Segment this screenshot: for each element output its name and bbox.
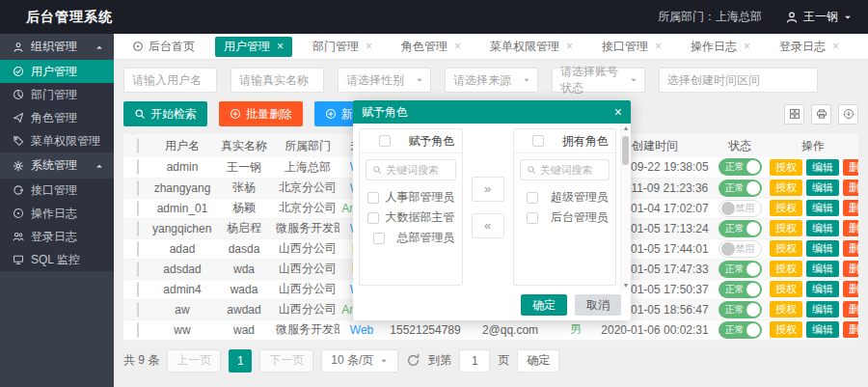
authorize-button[interactable]: 授权: [770, 281, 802, 297]
tab[interactable]: 登录日志×: [771, 37, 848, 57]
role-checkbox[interactable]: [367, 192, 379, 204]
goto-page-input[interactable]: [459, 349, 490, 373]
user-menu[interactable]: 王一钢: [785, 9, 853, 25]
sidebar-item[interactable]: 角色管理: [0, 106, 114, 129]
print-button[interactable]: [811, 104, 831, 124]
tab[interactable]: 部门管理×: [304, 37, 381, 57]
move-right-button[interactable]: »: [472, 177, 504, 202]
prev-page-button[interactable]: 上一页: [167, 349, 221, 373]
tab[interactable]: 用户管理×: [215, 37, 292, 57]
authorize-button[interactable]: 授权: [770, 159, 802, 176]
authorize-button[interactable]: 授权: [770, 301, 802, 318]
row-checkbox[interactable]: [137, 322, 139, 338]
assign-role-item[interactable]: 人事部管理员: [366, 187, 455, 207]
delete-button[interactable]: 删除: [843, 261, 858, 277]
role-checkbox[interactable]: [373, 233, 385, 244]
tab[interactable]: 操作日志×: [682, 37, 759, 57]
tab[interactable]: 角色管理×: [393, 37, 470, 57]
refresh-button[interactable]: [406, 353, 420, 368]
gender-filter-select[interactable]: 请选择性别: [338, 68, 431, 93]
row-checkbox[interactable]: [137, 159, 139, 175]
role-checkbox[interactable]: [367, 212, 379, 224]
edit-button[interactable]: 编辑: [806, 240, 839, 257]
row-checkbox[interactable]: [137, 262, 139, 277]
authorize-button[interactable]: 授权: [770, 200, 802, 216]
row-checkbox[interactable]: [137, 241, 139, 257]
edit-button[interactable]: 编辑: [806, 220, 839, 236]
search-button[interactable]: 开始检索: [123, 101, 207, 126]
assign-role-item[interactable]: 总部管理员: [366, 228, 455, 248]
tab[interactable]: 菜单权限管理×: [481, 37, 582, 57]
status-toggle[interactable]: 正常: [719, 261, 762, 278]
edit-button[interactable]: 编辑: [806, 281, 839, 297]
sidebar-item[interactable]: 登录日志: [0, 225, 114, 248]
status-toggle[interactable]: 正常: [719, 281, 762, 298]
role-checkbox[interactable]: [527, 212, 538, 224]
tab-close-icon[interactable]: ×: [277, 40, 284, 53]
row-checkbox[interactable]: [137, 180, 139, 196]
row-checkbox[interactable]: [137, 221, 139, 236]
delete-button[interactable]: 删除: [843, 321, 858, 338]
realname-filter-input[interactable]: [231, 68, 324, 93]
status-filter-select[interactable]: 请选择账号状态: [552, 68, 645, 93]
tab[interactable]: SQL 监控×: [859, 37, 868, 57]
owned-role-item[interactable]: 后台管理员: [521, 207, 610, 228]
tab-close-icon[interactable]: ×: [366, 40, 372, 53]
assign-roles-select-all-checkbox[interactable]: [379, 135, 391, 147]
edit-button[interactable]: 编辑: [806, 301, 839, 318]
authorize-button[interactable]: 授权: [770, 240, 802, 257]
status-toggle[interactable]: 禁用: [719, 200, 762, 217]
role-checkbox[interactable]: [527, 192, 538, 204]
sidebar-group-header[interactable]: 系统管理: [0, 152, 114, 179]
status-toggle[interactable]: 正常: [719, 180, 762, 197]
tab-close-icon[interactable]: ×: [744, 40, 750, 53]
sidebar-item[interactable]: 接口管理: [0, 179, 114, 202]
edit-button[interactable]: 编辑: [806, 200, 839, 216]
modal-scrollbar[interactable]: ▲ ▼: [620, 124, 631, 290]
delete-button[interactable]: 删除: [843, 200, 858, 216]
source-filter-select[interactable]: 请选择来源: [445, 68, 538, 93]
tab-close-icon[interactable]: ×: [655, 40, 662, 53]
sidebar-item[interactable]: 操作日志: [0, 202, 114, 225]
delete-button[interactable]: 删除: [843, 301, 858, 318]
username-filter-input[interactable]: [123, 68, 217, 93]
authorize-button[interactable]: 授权: [770, 261, 802, 277]
sidebar-item[interactable]: SQL 监控: [0, 248, 114, 271]
next-page-button[interactable]: 下一页: [259, 349, 313, 373]
delete-button[interactable]: 删除: [843, 180, 858, 196]
edit-button[interactable]: 编辑: [806, 180, 839, 196]
sidebar-item[interactable]: 用户管理: [0, 60, 114, 83]
move-left-button[interactable]: «: [472, 213, 504, 238]
status-toggle[interactable]: 正常: [719, 158, 762, 176]
row-checkbox[interactable]: [137, 201, 139, 216]
modal-cancel-button[interactable]: 取消: [575, 294, 621, 316]
owned-roles-select-all-checkbox[interactable]: [532, 135, 544, 147]
row-checkbox[interactable]: [137, 302, 139, 318]
created-range-filter-input[interactable]: [659, 68, 818, 93]
row-checkbox[interactable]: [137, 282, 139, 297]
page-size-select[interactable]: 10 条/页: [321, 349, 398, 373]
tab[interactable]: 后台首页: [123, 37, 203, 57]
tab-close-icon[interactable]: ×: [832, 40, 839, 53]
scroll-down-icon[interactable]: ▼: [623, 282, 630, 289]
assign-role-item[interactable]: 大数据部主管: [366, 207, 455, 228]
edit-button[interactable]: 编辑: [806, 159, 839, 176]
scroll-thumb[interactable]: [622, 136, 629, 165]
delete-button[interactable]: 删除: [843, 159, 858, 176]
delete-button[interactable]: 删除: [843, 220, 858, 236]
scroll-up-icon[interactable]: ▲: [623, 124, 630, 131]
modal-confirm-button[interactable]: 确定: [521, 294, 567, 316]
owned-role-item[interactable]: 超级管理员: [521, 187, 610, 207]
edit-button[interactable]: 编辑: [806, 261, 839, 277]
export-button[interactable]: [838, 104, 858, 124]
close-icon[interactable]: ×: [614, 105, 622, 119]
status-toggle[interactable]: 正常: [719, 321, 762, 339]
assign-roles-search[interactable]: 关键词搜索: [366, 159, 456, 180]
delete-button[interactable]: 删除: [843, 281, 858, 297]
sidebar-item[interactable]: 部门管理: [0, 83, 114, 106]
current-page-button[interactable]: 1: [229, 349, 252, 373]
sidebar-group-header[interactable]: 组织管理: [0, 34, 114, 60]
status-toggle[interactable]: 正常: [719, 301, 762, 318]
sidebar-item[interactable]: 菜单权限管理: [0, 129, 114, 152]
tab[interactable]: 接口管理×: [593, 37, 670, 57]
